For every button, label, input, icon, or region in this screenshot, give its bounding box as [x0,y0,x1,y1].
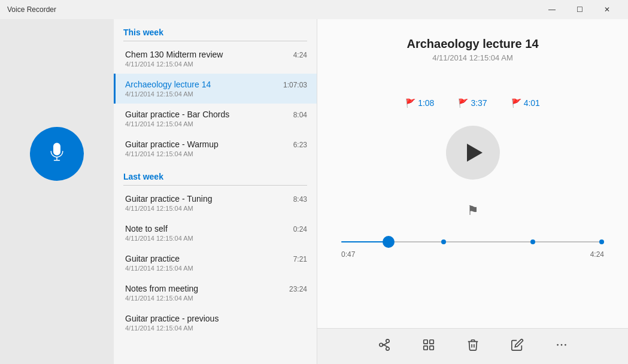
play-button[interactable] [446,126,500,180]
app-title: Voice Recorder [7,5,538,14]
player-date: 4/11/2014 12:15:04 AM [406,53,538,62]
item-title-note-self: Note to self [125,224,168,233]
svg-rect-2 [429,340,433,344]
marker-3-time: 4:01 [524,98,540,108]
section-header-last-week: Last week [114,163,317,185]
marker-dot-3 [599,239,604,244]
recording-item-guitar-tuning[interactable]: Guitar practice - Tuning8:434/11/2014 12… [114,188,317,218]
svg-rect-3 [429,346,433,350]
item-date-guitar-bar: 4/11/2014 12:15:04 AM [125,120,307,128]
current-time: 0:47 [341,250,355,259]
item-date-guitar-tuning: 4/11/2014 12:15:04 AM [125,205,307,212]
recording-item-guitar-warmup[interactable]: Guitar practice - Warmup6:234/11/2014 12… [114,134,317,163]
recording-item-chem130[interactable]: Chem 130 Midterm review4:244/11/2014 12:… [114,44,317,74]
track-progress [341,241,389,242]
item-date-guitar-practice: 4/11/2014 12:15:04 AM [125,265,307,272]
item-duration-guitar-tuning: 8:43 [293,195,307,204]
item-duration-arch14: 1:07:03 [283,81,307,89]
section-divider-last-week [123,185,307,186]
item-date-notes-meeting: 4/11/2014 12:15:04 AM [125,295,307,302]
share-icon [378,338,391,354]
marker-dot-2 [530,239,535,244]
marker-1[interactable]: 🚩 1:08 [405,98,434,108]
player-toolbar [317,328,628,364]
close-button[interactable]: ✕ [593,0,621,19]
item-title-guitar-bar: Guitar practice - Bar Chords [125,110,229,119]
scrubber-thumb[interactable] [383,236,395,248]
item-duration-chem130: 4:24 [293,51,307,59]
section-header-this-week: This week [114,19,317,41]
item-title-arch14: Archaeology lecture 14 [125,80,211,89]
rename-icon [511,338,524,354]
item-title-chem130: Chem 130 Midterm review [125,50,223,59]
titlebar: Voice Recorder — ☐ ✕ [0,0,628,19]
recording-list: This weekChem 130 Midterm review4:244/11… [114,19,317,364]
main-content: This weekChem 130 Midterm review4:244/11… [0,19,628,364]
rename-button[interactable] [504,333,530,360]
item-duration-guitar-practice: 7:21 [293,255,307,263]
item-date-guitar-warmup: 4/11/2014 12:15:04 AM [125,150,307,157]
recording-item-guitar-practice[interactable]: Guitar practice7:214/11/2014 12:15:04 AM [114,248,317,278]
item-duration-guitar-bar: 8:04 [293,111,307,119]
delete-icon [466,338,480,354]
more-icon [555,338,568,354]
player-header: Archaeology lecture 14 4/11/2014 12:15:0… [395,19,550,62]
minimize-button[interactable]: — [538,0,566,19]
item-date-arch14: 4/11/2014 12:15:04 AM [125,90,307,98]
item-duration-note-self: 0:24 [293,225,307,233]
item-title-guitar-tuning: Guitar practice - Tuning [125,194,213,204]
flag-icon: ⚑ [467,203,479,219]
svg-point-0 [379,343,383,347]
scrubber-times: 0:47 4:24 [341,250,604,259]
scrubber-track[interactable] [341,236,604,248]
trim-button[interactable] [415,333,442,360]
item-title-guitar-warmup: Guitar practice - Warmup [125,139,219,149]
item-duration-guitar-warmup: 6:23 [293,141,307,149]
markers-row: 🚩 1:08 🚩 3:37 🚩 4:01 [405,98,540,108]
recording-item-arch14[interactable]: Archaeology lecture 141:07:034/11/2014 1… [114,74,317,104]
more-button[interactable] [548,333,575,360]
maximize-button[interactable]: ☐ [566,0,593,19]
delete-button[interactable] [460,333,486,360]
section-divider-this-week [123,41,307,41]
scrubber-area: 0:47 4:24 [317,236,628,259]
svg-point-5 [557,344,559,346]
marker-1-time: 1:08 [418,98,434,108]
svg-point-6 [560,344,562,346]
recording-item-notes-meeting[interactable]: Notes from meeting23:244/11/2014 12:15:0… [114,278,317,308]
microphone-icon [46,142,68,166]
sidebar [0,19,114,364]
item-date-note-self: 4/11/2014 12:15:04 AM [125,235,307,242]
flag-area: ⚑ [460,198,486,224]
recording-item-guitar-previous[interactable]: Guitar practice - previous4/11/2014 12:1… [114,308,317,338]
play-icon [467,144,483,162]
share-button[interactable] [371,333,398,360]
item-date-chem130: 4/11/2014 12:15:04 AM [125,60,307,68]
item-title-guitar-practice: Guitar practice [125,254,180,263]
svg-rect-1 [423,340,427,344]
item-title-notes-meeting: Notes from meeting [125,284,198,293]
svg-rect-4 [423,346,427,350]
record-button[interactable] [30,127,84,181]
trim-icon [422,338,435,354]
add-marker-button[interactable]: ⚑ [460,198,486,224]
marker-2[interactable]: 🚩 3:37 [458,98,487,108]
item-title-guitar-previous: Guitar practice - previous [125,314,219,323]
recording-item-guitar-bar[interactable]: Guitar practice - Bar Chords8:044/11/201… [114,104,317,134]
recording-item-note-self[interactable]: Note to self0:244/11/2014 12:15:04 AM [114,218,317,248]
item-duration-notes-meeting: 23:24 [289,285,307,293]
total-time: 4:24 [590,250,604,259]
flag-icon-3: 🚩 [511,98,521,108]
flag-icon-1: 🚩 [405,98,415,108]
marker-dot-1 [441,239,446,244]
player-panel: Archaeology lecture 14 4/11/2014 12:15:0… [317,19,628,364]
marker-2-time: 3:37 [471,98,487,108]
window-controls: — ☐ ✕ [538,0,621,19]
marker-3[interactable]: 🚩 4:01 [511,98,540,108]
flag-icon-2: 🚩 [458,98,468,108]
svg-point-7 [565,344,566,346]
player-title: Archaeology lecture 14 [406,37,538,51]
item-date-guitar-previous: 4/11/2014 12:15:04 AM [125,324,307,332]
play-area [446,126,500,180]
